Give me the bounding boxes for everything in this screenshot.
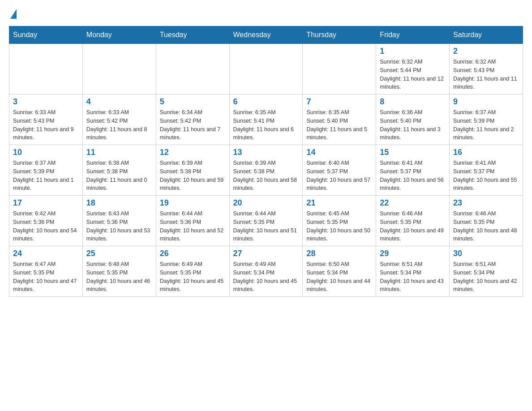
calendar-cell: 10Sunrise: 6:37 AMSunset: 5:39 PMDayligh… xyxy=(9,145,83,196)
calendar-cell: 25Sunrise: 6:48 AMSunset: 5:35 PMDayligh… xyxy=(82,246,156,297)
day-number: 4 xyxy=(86,97,152,107)
calendar-cell: 22Sunrise: 6:46 AMSunset: 5:35 PMDayligh… xyxy=(376,196,450,246)
day-number: 26 xyxy=(160,249,226,258)
day-number: 3 xyxy=(13,97,79,107)
day-info: Sunrise: 6:37 AMSunset: 5:39 PMDaylight:… xyxy=(453,108,519,142)
day-number: 28 xyxy=(306,249,372,258)
day-info: Sunrise: 6:46 AMSunset: 5:35 PMDaylight:… xyxy=(453,210,519,243)
logo-triangle-icon xyxy=(10,9,17,19)
day-info: Sunrise: 6:39 AMSunset: 5:38 PMDaylight:… xyxy=(233,159,299,193)
day-info: Sunrise: 6:44 AMSunset: 5:35 PMDaylight:… xyxy=(233,210,299,243)
day-header-sunday: Sunday xyxy=(9,26,83,44)
week-row-1: 1Sunrise: 6:32 AMSunset: 5:44 PMDaylight… xyxy=(9,44,523,94)
day-number: 9 xyxy=(453,97,519,107)
page-header xyxy=(9,9,523,19)
day-number: 21 xyxy=(306,198,372,208)
day-number: 16 xyxy=(453,148,519,157)
calendar-cell: 14Sunrise: 6:40 AMSunset: 5:37 PMDayligh… xyxy=(303,145,376,196)
calendar-cell: 19Sunrise: 6:44 AMSunset: 5:36 PMDayligh… xyxy=(156,196,229,246)
calendar-cell: 1Sunrise: 6:32 AMSunset: 5:44 PMDaylight… xyxy=(376,44,450,94)
day-info: Sunrise: 6:43 AMSunset: 5:36 PMDaylight:… xyxy=(86,210,152,243)
calendar-cell: 3Sunrise: 6:33 AMSunset: 5:43 PMDaylight… xyxy=(9,94,83,145)
day-info: Sunrise: 6:34 AMSunset: 5:42 PMDaylight:… xyxy=(160,108,226,142)
calendar-cell: 23Sunrise: 6:46 AMSunset: 5:35 PMDayligh… xyxy=(450,196,523,246)
day-info: Sunrise: 6:49 AMSunset: 5:34 PMDaylight:… xyxy=(233,260,299,294)
day-number: 23 xyxy=(453,198,519,208)
calendar-cell: 26Sunrise: 6:49 AMSunset: 5:35 PMDayligh… xyxy=(156,246,229,297)
day-info: Sunrise: 6:33 AMSunset: 5:43 PMDaylight:… xyxy=(13,108,79,142)
calendar-cell: 16Sunrise: 6:41 AMSunset: 5:37 PMDayligh… xyxy=(450,145,523,196)
days-header-row: SundayMondayTuesdayWednesdayThursdayFrid… xyxy=(9,26,523,44)
day-header-wednesday: Wednesday xyxy=(229,26,303,44)
week-row-2: 3Sunrise: 6:33 AMSunset: 5:43 PMDaylight… xyxy=(9,94,523,145)
day-info: Sunrise: 6:47 AMSunset: 5:35 PMDaylight:… xyxy=(13,260,79,294)
day-info: Sunrise: 6:38 AMSunset: 5:38 PMDaylight:… xyxy=(86,159,152,193)
day-number: 6 xyxy=(233,97,299,107)
day-number: 11 xyxy=(86,148,152,157)
calendar-cell: 2Sunrise: 6:32 AMSunset: 5:43 PMDaylight… xyxy=(450,44,523,94)
calendar-cell xyxy=(156,44,229,94)
day-info: Sunrise: 6:39 AMSunset: 5:38 PMDaylight:… xyxy=(160,159,226,193)
day-info: Sunrise: 6:37 AMSunset: 5:39 PMDaylight:… xyxy=(13,159,79,193)
calendar-cell: 18Sunrise: 6:43 AMSunset: 5:36 PMDayligh… xyxy=(82,196,156,246)
day-number: 22 xyxy=(380,198,446,208)
day-number: 18 xyxy=(86,198,152,208)
day-info: Sunrise: 6:49 AMSunset: 5:35 PMDaylight:… xyxy=(160,260,226,294)
day-info: Sunrise: 6:32 AMSunset: 5:43 PMDaylight:… xyxy=(453,58,519,91)
day-info: Sunrise: 6:35 AMSunset: 5:40 PMDaylight:… xyxy=(306,108,372,142)
calendar-cell: 29Sunrise: 6:51 AMSunset: 5:34 PMDayligh… xyxy=(376,246,450,297)
day-header-thursday: Thursday xyxy=(303,26,376,44)
day-info: Sunrise: 6:46 AMSunset: 5:35 PMDaylight:… xyxy=(380,210,446,243)
day-header-saturday: Saturday xyxy=(450,26,523,44)
week-row-3: 10Sunrise: 6:37 AMSunset: 5:39 PMDayligh… xyxy=(9,145,523,196)
day-info: Sunrise: 6:32 AMSunset: 5:44 PMDaylight:… xyxy=(380,58,446,91)
day-info: Sunrise: 6:35 AMSunset: 5:41 PMDaylight:… xyxy=(233,108,299,142)
day-info: Sunrise: 6:51 AMSunset: 5:34 PMDaylight:… xyxy=(453,260,519,294)
day-info: Sunrise: 6:41 AMSunset: 5:37 PMDaylight:… xyxy=(380,159,446,193)
calendar-cell: 11Sunrise: 6:38 AMSunset: 5:38 PMDayligh… xyxy=(82,145,156,196)
day-number: 1 xyxy=(380,47,446,56)
day-info: Sunrise: 6:50 AMSunset: 5:34 PMDaylight:… xyxy=(306,260,372,294)
day-header-friday: Friday xyxy=(376,26,450,44)
calendar-cell: 20Sunrise: 6:44 AMSunset: 5:35 PMDayligh… xyxy=(229,196,303,246)
calendar-cell: 15Sunrise: 6:41 AMSunset: 5:37 PMDayligh… xyxy=(376,145,450,196)
day-number: 13 xyxy=(233,148,299,157)
day-info: Sunrise: 6:44 AMSunset: 5:36 PMDaylight:… xyxy=(160,210,226,243)
week-row-5: 24Sunrise: 6:47 AMSunset: 5:35 PMDayligh… xyxy=(9,246,523,297)
calendar-cell: 6Sunrise: 6:35 AMSunset: 5:41 PMDaylight… xyxy=(229,94,303,145)
logo xyxy=(9,9,17,19)
calendar-cell: 24Sunrise: 6:47 AMSunset: 5:35 PMDayligh… xyxy=(9,246,83,297)
day-number: 7 xyxy=(306,97,372,107)
calendar-cell xyxy=(82,44,156,94)
day-number: 15 xyxy=(380,148,446,157)
day-number: 17 xyxy=(13,198,79,208)
calendar-cell: 8Sunrise: 6:36 AMSunset: 5:40 PMDaylight… xyxy=(376,94,450,145)
day-info: Sunrise: 6:48 AMSunset: 5:35 PMDaylight:… xyxy=(86,260,152,294)
day-info: Sunrise: 6:51 AMSunset: 5:34 PMDaylight:… xyxy=(380,260,446,294)
day-info: Sunrise: 6:41 AMSunset: 5:37 PMDaylight:… xyxy=(453,159,519,193)
day-number: 24 xyxy=(13,249,79,258)
day-number: 10 xyxy=(13,148,79,157)
calendar-cell: 4Sunrise: 6:33 AMSunset: 5:42 PMDaylight… xyxy=(82,94,156,145)
calendar-cell xyxy=(9,44,83,94)
day-number: 20 xyxy=(233,198,299,208)
calendar-cell xyxy=(229,44,303,94)
calendar-cell: 28Sunrise: 6:50 AMSunset: 5:34 PMDayligh… xyxy=(303,246,376,297)
week-row-4: 17Sunrise: 6:42 AMSunset: 5:36 PMDayligh… xyxy=(9,196,523,246)
day-number: 2 xyxy=(453,47,519,56)
calendar-cell: 21Sunrise: 6:45 AMSunset: 5:35 PMDayligh… xyxy=(303,196,376,246)
day-info: Sunrise: 6:36 AMSunset: 5:40 PMDaylight:… xyxy=(380,108,446,142)
calendar-cell: 12Sunrise: 6:39 AMSunset: 5:38 PMDayligh… xyxy=(156,145,229,196)
day-number: 29 xyxy=(380,249,446,258)
day-info: Sunrise: 6:40 AMSunset: 5:37 PMDaylight:… xyxy=(306,159,372,193)
day-number: 5 xyxy=(160,97,226,107)
calendar-cell: 9Sunrise: 6:37 AMSunset: 5:39 PMDaylight… xyxy=(450,94,523,145)
calendar-cell: 17Sunrise: 6:42 AMSunset: 5:36 PMDayligh… xyxy=(9,196,83,246)
calendar-cell xyxy=(303,44,376,94)
day-info: Sunrise: 6:45 AMSunset: 5:35 PMDaylight:… xyxy=(306,210,372,243)
day-header-monday: Monday xyxy=(82,26,156,44)
day-number: 19 xyxy=(160,198,226,208)
day-info: Sunrise: 6:42 AMSunset: 5:36 PMDaylight:… xyxy=(13,210,79,243)
day-header-tuesday: Tuesday xyxy=(156,26,229,44)
calendar-cell: 27Sunrise: 6:49 AMSunset: 5:34 PMDayligh… xyxy=(229,246,303,297)
